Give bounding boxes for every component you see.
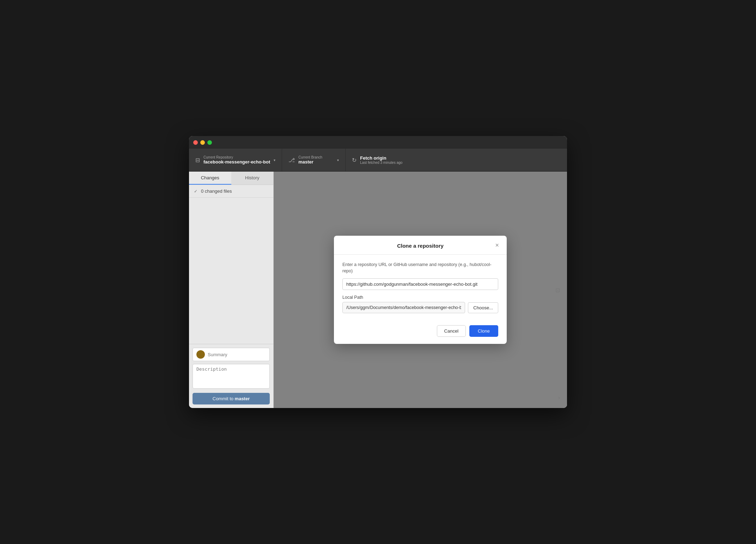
commit-button-branch: master <box>235 396 250 401</box>
close-button[interactable] <box>193 140 198 145</box>
branch-label: Current Branch <box>298 155 322 159</box>
local-path-input[interactable] <box>342 302 465 313</box>
main-area: Changes History ✓ 0 changed files Commit… <box>189 172 567 408</box>
repo-name: facebook-messenger-echo-bot <box>203 159 270 165</box>
fetch-sublabel: Last fetched 3 minutes ago <box>360 161 402 165</box>
sidebar-tabs: Changes History <box>189 172 273 185</box>
sidebar-spacer <box>189 198 273 344</box>
branch-name: master <box>298 159 322 165</box>
changed-files-count: 0 changed files <box>201 188 232 194</box>
fetch-origin-section[interactable]: ↻ Fetch origin Last fetched 3 minutes ag… <box>346 149 416 171</box>
repo-text: Current Repository facebook-messenger-ec… <box>203 155 270 165</box>
branch-icon: ⎇ <box>288 157 295 163</box>
commit-area: Commit to master <box>189 344 273 408</box>
title-bar <box>189 136 567 149</box>
changed-files-row: ✓ 0 changed files <box>189 185 273 198</box>
summary-input-wrapper <box>193 348 270 361</box>
current-branch-section[interactable]: ⎇ Current Branch master ▾ <box>282 149 346 171</box>
local-path-row: Choose... <box>342 302 498 313</box>
avatar <box>196 350 205 359</box>
clone-button[interactable]: Clone <box>469 325 498 337</box>
sidebar: Changes History ✓ 0 changed files Commit… <box>189 172 274 408</box>
choose-button[interactable]: Choose... <box>468 302 498 313</box>
modal-description: Enter a repository URL or GitHub usernam… <box>342 262 498 274</box>
clone-repository-modal: Clone a repository × Enter a repository … <box>334 236 507 344</box>
tab-changes[interactable]: Changes <box>189 172 231 185</box>
commit-button-prefix: Commit to <box>213 396 235 401</box>
content-area: No local changes Would you like to open … <box>274 172 567 408</box>
fullscreen-button[interactable] <box>207 140 212 145</box>
current-repository-section[interactable]: ⊟ Current Repository facebook-messenger-… <box>189 149 282 171</box>
modal-overlay: Clone a repository × Enter a repository … <box>274 172 567 408</box>
repo-chevron-icon: ▾ <box>274 158 275 162</box>
checkbox-icon: ✓ <box>194 189 197 194</box>
minimize-button[interactable] <box>200 140 205 145</box>
commit-button[interactable]: Commit to master <box>193 393 270 404</box>
description-textarea[interactable] <box>193 364 270 389</box>
local-path-label: Local Path <box>342 295 498 300</box>
traffic-lights <box>193 140 212 145</box>
modal-close-button[interactable]: × <box>493 241 501 249</box>
branch-text: Current Branch master <box>298 155 322 165</box>
modal-header: Clone a repository × <box>334 236 507 255</box>
fetch-icon: ↻ <box>352 157 356 163</box>
cancel-button[interactable]: Cancel <box>437 325 466 337</box>
fetch-label: Fetch origin <box>360 155 402 161</box>
summary-field[interactable] <box>208 352 267 357</box>
repo-label: Current Repository <box>203 155 270 159</box>
repository-icon: ⊟ <box>195 157 200 163</box>
toolbar: ⊟ Current Repository facebook-messenger-… <box>189 149 567 172</box>
fetch-text: Fetch origin Last fetched 3 minutes ago <box>360 155 402 165</box>
modal-title: Clone a repository <box>397 243 444 249</box>
modal-body: Enter a repository URL or GitHub usernam… <box>334 255 507 320</box>
modal-footer: Cancel Clone <box>334 320 507 344</box>
branch-chevron-icon: ▾ <box>337 158 339 162</box>
tab-history[interactable]: History <box>231 172 274 185</box>
app-window: ⊟ Current Repository facebook-messenger-… <box>189 136 567 408</box>
url-input[interactable] <box>342 278 498 290</box>
